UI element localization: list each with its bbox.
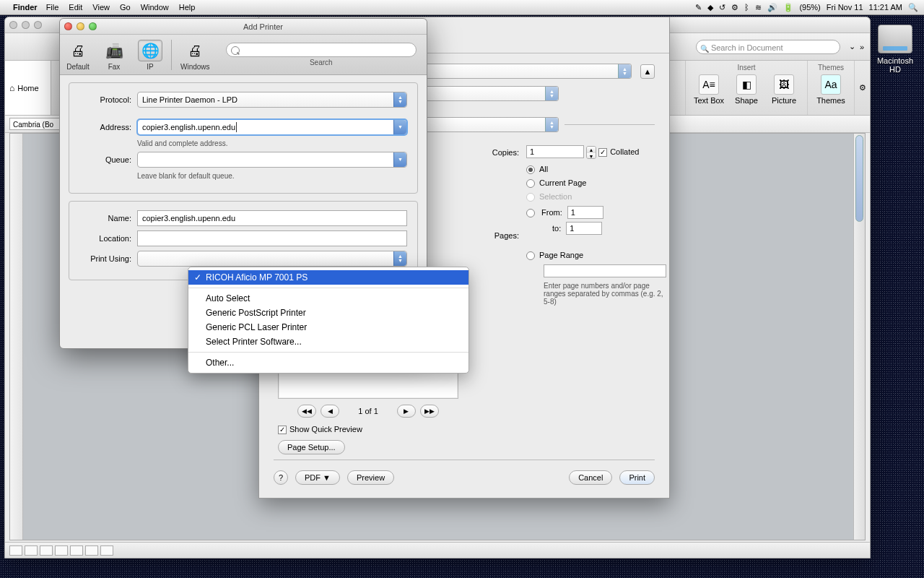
location-input[interactable] (137, 230, 407, 246)
spotlight-icon[interactable]: 🔍 (908, 3, 918, 12)
zoom-icon[interactable] (34, 21, 42, 29)
dropdown-item-auto[interactable]: Auto Select (188, 291, 468, 306)
divider (188, 352, 468, 353)
themes-button[interactable]: AaThemes (815, 74, 847, 105)
preview-button[interactable]: Preview (347, 470, 394, 485)
toolbar-ip[interactable]: 🌐IP (132, 37, 168, 72)
app-name[interactable]: Finder (13, 3, 38, 12)
cancel-button[interactable]: Cancel (569, 470, 612, 485)
pages-from-radio[interactable] (526, 209, 535, 217)
dropdown-item-select-software[interactable]: Select Printer Software... (188, 335, 468, 349)
view-btn-2[interactable] (25, 545, 38, 556)
clock-time[interactable]: 11:21 AM (869, 3, 902, 12)
scrollbar-thumb[interactable] (855, 135, 863, 222)
copies-input[interactable] (526, 145, 584, 158)
picture-button[interactable]: 🖼Picture (768, 74, 800, 105)
preview-next-button[interactable]: ▶ (397, 405, 416, 418)
protocol-select[interactable]: Line Printer Daemon - LPD▲▼ (137, 92, 407, 108)
volume-icon[interactable]: 🔊 (767, 3, 777, 12)
view-btn-1[interactable] (9, 545, 22, 556)
queue-input[interactable]: ▼ (137, 152, 407, 168)
textbox-button[interactable]: A≡Text Box (693, 74, 725, 105)
battery-icon[interactable]: 🔋 (783, 3, 793, 12)
quick-preview-label: Show Quick Preview (289, 425, 362, 434)
menu-view[interactable]: View (92, 3, 110, 12)
drive-icon (878, 25, 912, 53)
sync-icon[interactable]: ↺ (719, 3, 725, 12)
toolbar-default[interactable]: 🖨Default (60, 37, 96, 72)
quick-preview-checkbox[interactable]: ✓ (278, 426, 287, 434)
menu-file[interactable]: File (46, 3, 59, 12)
globe-icon: 🌐 (138, 40, 162, 61)
dropdown-item-postscript[interactable]: Generic PostScript Printer (188, 306, 468, 320)
help-button[interactable]: ? (274, 470, 288, 485)
printer-expand-button[interactable]: ▲ (640, 64, 655, 79)
minimize-icon[interactable] (77, 22, 84, 30)
dropdown-item-selected[interactable]: RICOH Aficio MP 7001 PS (188, 270, 468, 285)
view-btn-5[interactable] (70, 545, 83, 556)
search-input[interactable] (226, 43, 417, 57)
protocol-label: Protocol: (79, 95, 131, 104)
view-btn-7[interactable] (100, 545, 113, 556)
to-input[interactable] (566, 222, 602, 235)
view-btn-4[interactable] (55, 545, 68, 556)
print-button[interactable]: Print (619, 470, 655, 485)
collated-checkbox[interactable]: ✓ (598, 148, 607, 157)
location-label: Location: (79, 234, 131, 243)
ribbon-settings-icon[interactable]: ⚙ (854, 61, 870, 115)
battery-pct: (95%) (799, 3, 820, 12)
close-icon[interactable] (9, 21, 17, 29)
menu-edit[interactable]: Edit (69, 3, 82, 12)
preview-last-button[interactable]: ▶▶ (420, 405, 439, 418)
clock-date[interactable]: Fri Nov 11 (827, 3, 863, 12)
copies-stepper[interactable]: ▲▼ (586, 146, 596, 159)
view-btn-6[interactable] (85, 545, 98, 556)
airport-icon[interactable]: ≋ (755, 3, 762, 12)
updown-icon: ▲▼ (393, 92, 406, 107)
toolbar-windows[interactable]: 🖨Windows (175, 37, 216, 72)
toolbar-dropdown-icon[interactable]: ⌄ (849, 42, 855, 51)
shape-button[interactable]: ◧Shape (731, 74, 762, 105)
menu-go[interactable]: Go (120, 3, 131, 12)
dropbox-icon[interactable]: ◆ (707, 3, 713, 12)
ribbon-themes-label: Themes (818, 64, 844, 72)
preview-first-button[interactable]: ◀◀ (297, 405, 316, 418)
menu-help[interactable]: Help (179, 3, 196, 12)
dropdown-item-other[interactable]: Other... (188, 355, 468, 370)
vertical-scrollbar[interactable] (853, 134, 865, 540)
search-label: Search (226, 59, 417, 66)
pages-all-radio[interactable] (526, 165, 535, 174)
wifi-icon[interactable]: ⚙ (731, 3, 738, 12)
menubar-status-icon[interactable]: ✎ (695, 3, 702, 12)
page-setup-button[interactable]: Page Setup... (278, 440, 345, 454)
page-range-input[interactable] (544, 264, 666, 277)
vertical-ruler (10, 134, 23, 540)
toolbar-chevrons-icon[interactable]: » (860, 43, 864, 51)
bluetooth-icon[interactable]: ᛒ (744, 3, 749, 12)
page-range-hint: Enter page numbers and/or page ranges se… (544, 282, 666, 306)
page-range-radio[interactable] (526, 251, 535, 260)
from-input[interactable] (567, 206, 603, 219)
pages-current-radio[interactable] (526, 179, 535, 188)
desktop-drive[interactable]: Macintosh HD (873, 25, 917, 74)
view-btn-3[interactable] (40, 545, 53, 556)
address-input[interactable]: copier3.english.upenn.edu▼ (137, 119, 407, 135)
close-icon[interactable] (64, 22, 72, 30)
themes-btn-label: Themes (816, 96, 845, 105)
toolbar-fax[interactable]: 📠Fax (96, 37, 132, 72)
page-range-label: Page Range (539, 251, 583, 259)
pdf-button[interactable]: PDF ▼ (295, 470, 340, 485)
picture-label: Picture (772, 96, 796, 105)
search-document-input[interactable]: Search in Document (696, 40, 840, 54)
name-input[interactable]: copier3.english.upenn.edu (137, 210, 407, 226)
preview-prev-button[interactable]: ◀ (321, 405, 339, 418)
print-using-select[interactable]: ▲▼ (137, 251, 407, 267)
menu-window[interactable]: Window (141, 3, 169, 12)
tab-home[interactable]: ⌂ Home (5, 61, 51, 115)
zoom-icon[interactable] (89, 22, 97, 30)
minimize-icon[interactable] (22, 21, 30, 29)
dropdown-item-pcl[interactable]: Generic PCL Laser Printer (188, 320, 468, 335)
divider (171, 40, 172, 70)
add-printer-titlebar[interactable]: Add Printer (60, 19, 427, 35)
font-selector[interactable]: Cambria (Bo (9, 118, 64, 130)
